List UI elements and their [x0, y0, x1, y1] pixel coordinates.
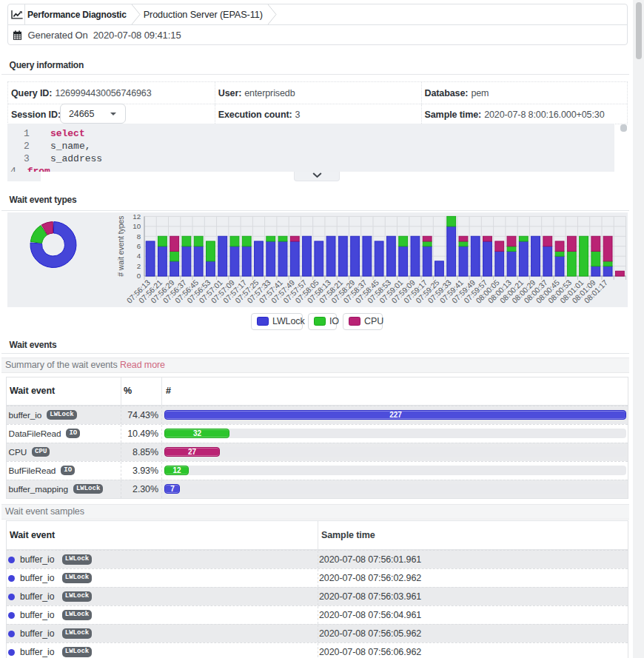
- svg-text:8: 8: [137, 232, 141, 241]
- svg-text:# wait event types: # wait event types: [116, 216, 125, 277]
- svg-text:4: 4: [137, 252, 141, 260]
- svg-text:10: 10: [133, 222, 141, 230]
- svg-text:2: 2: [137, 262, 141, 270]
- svg-text:12: 12: [133, 212, 141, 221]
- svg-text:0: 0: [137, 272, 141, 280]
- svg-text:6: 6: [137, 242, 141, 250]
